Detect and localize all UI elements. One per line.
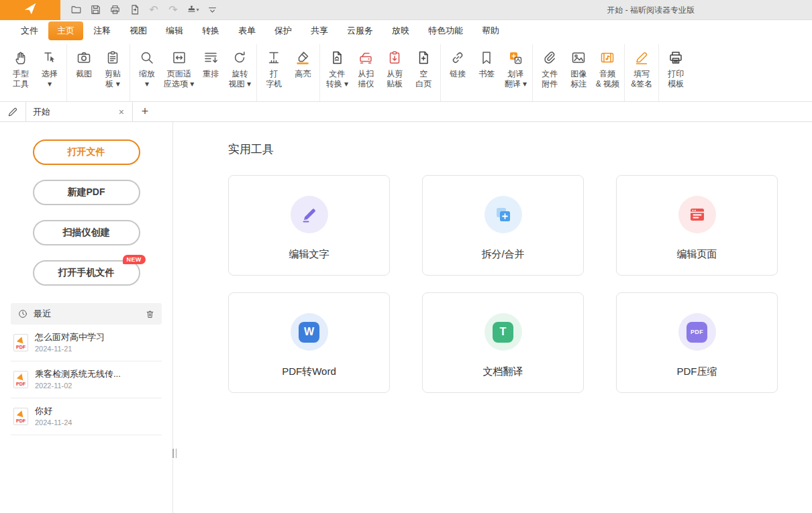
page-fit-icon (171, 48, 187, 68)
ribbon-toolbar: 手型 工具 选择 ▾ 截图 剪贴 板 ▾ (0, 42, 812, 102)
tool-cards-grid: 编辑文字 拆分/合并 编辑页面 W (228, 175, 812, 393)
menu-tab-view[interactable]: 视图 (121, 21, 156, 40)
export-button[interactable] (125, 2, 143, 18)
ribbon-file-attachment[interactable]: 文件 附件 (536, 46, 564, 91)
edit-text-icon (300, 205, 319, 224)
ribbon-label: 手型 (13, 69, 29, 79)
ribbon-fill-sign[interactable]: 填写 &签名 (627, 46, 656, 91)
ribbon-translate[interactable]: 划译 翻译 ▾ (501, 46, 529, 91)
ribbon-bookmark[interactable]: 书签 (472, 46, 501, 91)
recent-file-item[interactable]: PDF 乘客检测系统无线传... 2022-11-02 (11, 361, 162, 398)
ribbon-print-template[interactable]: 打印 模板 (662, 46, 690, 91)
menu-tab-file[interactable]: 文件 (12, 21, 47, 40)
ribbon-label: 应选项 ▾ (164, 79, 194, 89)
print-template-icon (668, 48, 684, 68)
ribbon-reflow[interactable]: 重排 (197, 46, 225, 91)
ribbon-link[interactable]: 链接 (444, 46, 472, 91)
ribbon-label: 打印 (668, 69, 684, 79)
menu-tab-cloud[interactable]: 云服务 (338, 21, 382, 40)
recent-file-item[interactable]: PDF 你好 2024-11-24 (11, 398, 162, 435)
tab-start[interactable]: 开始 × (26, 102, 133, 121)
quick-edit-button[interactable] (0, 102, 26, 121)
ribbon-page-fit-options[interactable]: 页面适 应选项 ▾ (162, 46, 196, 91)
select-icon (42, 48, 58, 68)
tool-card-label: 编辑文字 (289, 248, 329, 261)
ribbon-label: 页面适 (167, 69, 191, 79)
hand-tool-icon (13, 48, 29, 68)
stamp-button[interactable]: ▾ (184, 2, 201, 18)
ribbon-label: &签名 (631, 79, 652, 89)
ribbon-zoom[interactable]: 缩放 ▾ (133, 46, 161, 91)
tool-card-edit-text[interactable]: 编辑文字 (228, 175, 390, 276)
titlebar: ↶ ↷ ▾ 开始 - 福昕阅读器专业版 (0, 0, 812, 20)
clear-recent-button[interactable] (145, 309, 155, 319)
ribbon-select[interactable]: 选择 ▾ (36, 46, 64, 91)
menu-tab-edit[interactable]: 编辑 (157, 21, 192, 40)
tool-card-pdf-to-word[interactable]: W PDF转Word (228, 292, 390, 393)
menu-tab-share[interactable]: 共享 (302, 21, 337, 40)
ribbon-from-scanner[interactable]: 从扫 描仪 (352, 46, 380, 91)
menubar: 文件 主页 注释 视图 编辑 转换 表单 保护 共享 云服务 放映 特色功能 帮… (0, 20, 812, 42)
ribbon-label: 高亮 (295, 69, 311, 79)
ribbon-typewriter[interactable]: 打 字机 (260, 46, 288, 91)
ribbon-group-sign: 填写 &签名 (625, 44, 659, 101)
menu-tab-home[interactable]: 主页 (48, 21, 83, 40)
scanner-create-button[interactable]: 扫描仪创建 (33, 220, 140, 245)
ribbon-label: 文件 (542, 69, 558, 79)
open-file-button[interactable]: 打开文件 (33, 139, 140, 165)
redo-button[interactable]: ↷ (164, 2, 182, 18)
menu-tab-protect[interactable]: 保护 (266, 21, 301, 40)
menu-tab-convert[interactable]: 转换 (193, 21, 228, 40)
ribbon-label: 贴板 (387, 79, 403, 89)
menu-tab-comment[interactable]: 注释 (85, 21, 119, 40)
edit-pages-icon (688, 205, 707, 224)
new-tab-button[interactable]: + (133, 102, 157, 121)
ribbon-blank-page[interactable]: 空 白页 (409, 46, 438, 91)
foxit-logo-icon (23, 1, 38, 19)
menu-tab-features[interactable]: 特色功能 (419, 21, 472, 40)
highlight-icon (295, 48, 311, 68)
save-button[interactable] (87, 2, 104, 18)
ribbon-label: 工具 (13, 79, 29, 89)
foxit-logo-button[interactable] (0, 0, 60, 20)
ribbon-image-annotation[interactable]: 图像 标注 (564, 46, 593, 91)
tool-card-pdf-compress[interactable]: PDF PDF压缩 (616, 292, 778, 393)
ribbon-group-view: 缩放 ▾ 页面适 应选项 ▾ 重排 旋转 视图 ▾ (130, 44, 257, 101)
ribbon-label: 空 (419, 69, 427, 79)
ribbon-group-capture: 截图 剪贴 板 ▾ (67, 44, 130, 101)
ribbon-label: 打 (270, 69, 278, 79)
ribbon-clipboard[interactable]: 剪贴 板 ▾ (99, 46, 127, 91)
section-title: 实用工具 (228, 142, 812, 156)
menu-tab-present[interactable]: 放映 (383, 21, 418, 40)
recent-file-list: PDF 怎么面对高中学习 2024-11-21 PDF 乘客检测系统无线传...… (11, 325, 162, 435)
tool-card-doc-translate[interactable]: T 文档翻译 (422, 292, 584, 393)
ribbon-snapshot[interactable]: 截图 (70, 46, 98, 91)
sidebar-resize-handle[interactable] (170, 448, 179, 459)
ribbon-hand-tool[interactable]: 手型 工具 (7, 46, 35, 91)
ribbon-from-clipboard[interactable]: 从剪 贴板 (380, 46, 409, 91)
recent-file-item[interactable]: PDF 怎么面对高中学习 2024-11-21 (11, 325, 162, 361)
tool-card-split-merge[interactable]: 拆分/合并 (422, 175, 584, 276)
open-folder-button[interactable] (67, 2, 85, 18)
open-file-label: 打开文件 (68, 146, 105, 158)
new-pdf-button[interactable]: 新建PDF (33, 180, 140, 205)
ribbon-convert-file[interactable]: 文件 转换 ▾ (323, 46, 351, 91)
ribbon-label: ▾ (145, 79, 149, 89)
close-tab-icon[interactable]: × (117, 107, 125, 117)
customize-toolbar-button[interactable] (203, 2, 221, 18)
undo-button[interactable]: ↶ (145, 2, 162, 18)
ribbon-label: 从剪 (387, 69, 403, 79)
ribbon-label: 缩放 (139, 69, 155, 79)
ribbon-rotate-view[interactable]: 旋转 视图 ▾ (225, 46, 254, 91)
ribbon-highlight[interactable]: 高亮 (289, 46, 317, 91)
menu-tab-help[interactable]: 帮助 (473, 21, 508, 40)
menu-tab-form[interactable]: 表单 (230, 21, 264, 40)
rotate-view-icon (232, 48, 248, 68)
tool-card-edit-pages[interactable]: 编辑页面 (616, 175, 778, 276)
fill-sign-icon (633, 48, 650, 68)
print-button[interactable] (106, 2, 123, 18)
clock-icon (17, 308, 28, 319)
open-mobile-file-button[interactable]: 打开手机文件 NEW (33, 260, 140, 286)
ribbon-audio-video[interactable]: 音频 & 视频 (593, 46, 621, 91)
quick-access-toolbar: ↶ ↷ ▾ (67, 0, 221, 19)
